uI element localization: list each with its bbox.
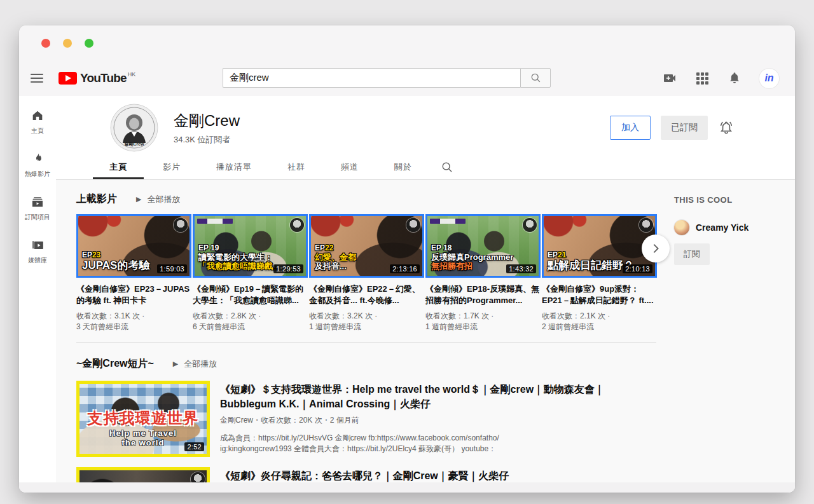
join-button[interactable]: 加入	[610, 116, 651, 140]
youtube-wordmark: YouTube	[80, 71, 127, 86]
video-card: EP23 JUPAS的考驗 1:59:03 《金剛自修室》EP23－JUPAS的…	[76, 214, 191, 332]
video-title[interactable]: 《金剛自修室》EP22－幻愛、金都及抖音... ft.今晚修...	[309, 283, 424, 306]
section-title-uploads: 上載影片	[76, 193, 117, 206]
video-thumbnail[interactable]: EP21 點解成日記錯野？ 2:10:13	[542, 214, 657, 278]
rail-channel-avatar	[674, 220, 689, 235]
channel-header: 金剛Crew 金剛Crew 34.3K 位訂閱者 加入 已訂閱	[56, 96, 795, 154]
video-title[interactable]: 《短劇》炎仔尋親記：爸爸去哪兒？｜金剛Crew｜豪賢｜火柴仔	[220, 468, 509, 483]
fire-icon	[31, 152, 45, 166]
chevron-right-icon	[649, 242, 663, 255]
subscriber-count: 34.3K 位訂閱者	[174, 134, 240, 146]
channel-avatar[interactable]: 金剛Crew	[110, 104, 158, 152]
app-window: YouTube HK in 主頁	[19, 25, 795, 493]
rail-subscribe-button[interactable]: 訂閱	[674, 243, 710, 265]
window-bottom-edge	[19, 482, 795, 493]
channel-watermark-icon	[174, 218, 188, 232]
duration-badge: 1:29:53	[273, 264, 303, 273]
channel-name: 金剛Crew	[174, 111, 240, 131]
video-title[interactable]: 《金剛自修室》9up派對：EP21－點解成日記錯野？ ft....	[542, 283, 657, 306]
apps-grid-icon[interactable]	[694, 71, 710, 86]
duration-badge: 1:43:32	[506, 264, 536, 273]
channel-watermark-icon	[523, 218, 537, 232]
video-title[interactable]: 《金剛自修室》EP23－JUPAS的考驗 ft. 神田卡卡	[76, 283, 191, 306]
sidebar-item-label: 訂閱項目	[25, 213, 50, 222]
video-thumbnail[interactable]: 支持我環遊世界 Help me Travel the world 2:52	[76, 381, 210, 457]
tab-channels[interactable]: 頻道	[324, 154, 375, 179]
channel-watermark-icon	[639, 218, 653, 232]
related-rail: THIS IS COOL Creamy Yick 訂閱	[674, 195, 792, 265]
video-title[interactable]: 《金剛傾》Ep19－讀緊電影的大學生：「我愈讀愈唔識睇...	[193, 283, 308, 306]
video-meta: 收看次數：3.1K 次 · 3 天前曾經串流	[76, 311, 191, 332]
tab-about[interactable]: 關於	[378, 154, 429, 179]
video-meta: 收看次數：2.1K 次 · 2 週前曾經串流	[542, 311, 657, 332]
subscriptions-icon	[31, 195, 45, 209]
video-description: 成為會員：https://bit.ly/2UHsvVG 金剛crew fb:ht…	[220, 433, 519, 454]
rail-header: THIS IS COOL	[674, 195, 792, 205]
close-button[interactable]	[41, 39, 50, 48]
play-icon: ▶	[173, 360, 178, 368]
section-title-shorts: ~金剛Crew短片~	[76, 357, 154, 371]
rail-channel-name: Creamy Yick	[696, 222, 748, 233]
channel-tabs: 主頁 影片 播放清單 社群 頻道 關於	[56, 154, 795, 180]
create-video-icon[interactable]	[662, 71, 677, 86]
video-thumbnail[interactable]: EP23 JUPAS的考驗 1:59:03	[76, 214, 191, 278]
video-thumbnail[interactable]: EP 19 讀緊電影的大學生： 「我愈讀愈唔識睇戲」 1:29:53	[193, 214, 308, 278]
search-button[interactable]	[520, 68, 551, 88]
play-icon: ▶	[136, 195, 141, 203]
sidebar-item-trending[interactable]: 熱爆影片	[25, 152, 50, 179]
video-card: EP22 幻愛、金都 及抖音... 2:13:16 《金剛自修室》EP22－幻愛…	[309, 214, 424, 332]
duration-badge: 2:52	[184, 442, 204, 451]
carousel-next-button[interactable]	[642, 235, 670, 262]
video-thumbnail[interactable]: EP 18 反璞歸真Programmer 無招勝有招 1:43:32	[425, 214, 541, 278]
video-meta: 收看次數：3.2K 次 · 1 週前曾經串流	[309, 311, 424, 332]
uploads-shelf: EP23 JUPAS的考驗 1:59:03 《金剛自修室》EP23－JUPAS的…	[76, 214, 656, 332]
menu-icon[interactable]	[31, 71, 43, 85]
youtube-play-icon	[59, 72, 77, 85]
sidebar-item-label: 主頁	[31, 126, 44, 135]
rail-channel-link[interactable]: Creamy Yick	[674, 220, 792, 235]
youtube-header: YouTube HK in	[19, 60, 795, 96]
tab-videos[interactable]: 影片	[146, 154, 197, 179]
zoom-button[interactable]	[85, 39, 93, 48]
video-title[interactable]: 《金剛傾》EP18-反璞歸真、無招勝有招的Programmer...	[425, 283, 541, 306]
channel-search-icon[interactable]	[441, 154, 453, 179]
tab-home[interactable]: 主頁	[93, 154, 144, 179]
channel-content: 上載影片 ▶全部播放 EP23 JUPAS的考驗	[56, 180, 795, 493]
tab-community[interactable]: 社群	[271, 154, 322, 179]
library-icon	[31, 238, 45, 252]
video-title[interactable]: 《短劇》＄支持我環遊世界：Help me travel the world＄｜金…	[220, 382, 643, 411]
notifications-bell-icon[interactable]	[727, 71, 742, 86]
duration-badge: 2:13:16	[390, 264, 420, 273]
sidebar-item-home[interactable]: 主頁	[31, 109, 45, 135]
video-card: EP 19 讀緊電影的大學生： 「我愈讀愈唔識睇戲」 1:29:53 《金剛傾》…	[193, 214, 308, 332]
video-card: EP21 點解成日記錯野？ 2:10:13 《金剛自修室》9up派對：EP21－…	[542, 214, 657, 332]
notification-preference-bell-icon[interactable]	[718, 119, 735, 136]
sidebar-item-library[interactable]: 媒體庫	[28, 238, 47, 265]
channel-watermark-icon	[290, 218, 304, 232]
search-input[interactable]	[223, 68, 520, 88]
scoreboard-overlay	[430, 219, 466, 224]
svg-text:金剛Crew: 金剛Crew	[123, 142, 144, 147]
sidebar-item-subscriptions[interactable]: 訂閱項目	[25, 195, 50, 222]
duration-badge: 1:59:03	[157, 264, 187, 273]
minimize-button[interactable]	[63, 39, 72, 48]
video-meta: 金剛Crew・收看次數：20K 次・2 個月前	[220, 415, 643, 426]
video-meta: 收看次數：2.8K 次 · 6 天前曾經串流	[193, 311, 308, 332]
account-avatar[interactable]: in	[759, 69, 779, 88]
window-titlebar	[19, 25, 795, 60]
video-thumbnail[interactable]: EP22 幻愛、金都 及抖音... 2:13:16	[309, 214, 424, 278]
play-all-shorts[interactable]: ▶全部播放	[173, 358, 217, 370]
subscribed-button[interactable]: 已訂閱	[661, 116, 708, 140]
sidebar: 主頁 熱爆影片 訂閱項目 媒體庫	[19, 96, 56, 493]
section-divider	[76, 342, 656, 343]
tab-playlists[interactable]: 播放清單	[200, 154, 268, 179]
play-all-uploads[interactable]: ▶全部播放	[136, 194, 180, 205]
duration-badge: 2:10:13	[623, 264, 652, 273]
channel-watermark-icon	[406, 218, 420, 232]
search-icon	[530, 72, 541, 83]
youtube-logo[interactable]: YouTube HK	[59, 71, 135, 86]
video-meta: 收看次數：1.7K 次 · 1 週前曾經串流	[425, 311, 541, 332]
scoreboard-overlay	[197, 219, 233, 224]
home-icon	[31, 109, 45, 123]
sidebar-item-label: 熱爆影片	[25, 170, 50, 179]
